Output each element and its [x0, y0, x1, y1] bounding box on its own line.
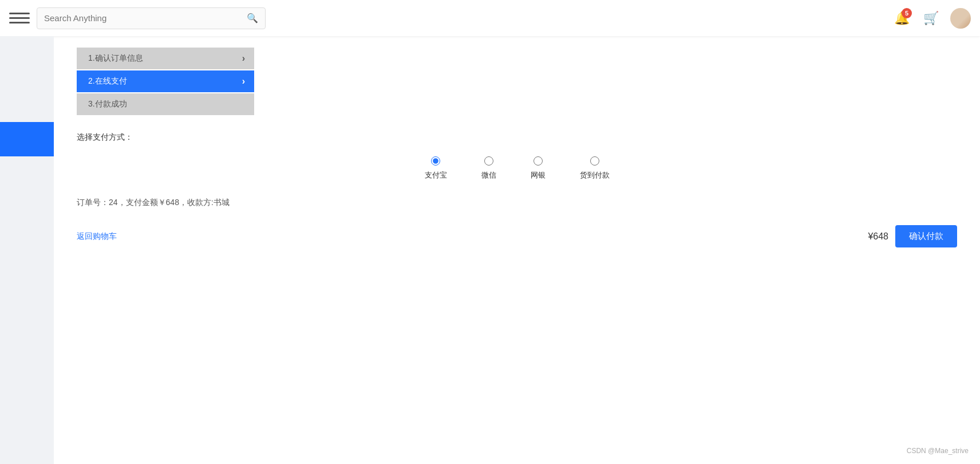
- alipay-radio[interactable]: [431, 156, 440, 166]
- steps-container: 1.确认订单信息 › 2.在线支付 › 3.付款成功: [77, 48, 254, 115]
- step-1[interactable]: 1.确认订单信息 ›: [77, 48, 254, 69]
- search-input[interactable]: [44, 13, 247, 23]
- cod-label: 货到付款: [580, 170, 610, 180]
- step-2-chevron: ›: [242, 76, 245, 86]
- bottom-bar: 返回购物车 ¥648 确认付款: [77, 225, 957, 247]
- watermark: CSDN @Mae_strive: [907, 447, 969, 455]
- cod-radio-wrapper: [590, 156, 599, 166]
- header-right: 🔔 5 🛒: [891, 8, 971, 29]
- step-1-label: 1.确认订单信息: [88, 53, 143, 64]
- menu-button[interactable]: [9, 8, 30, 29]
- notification-badge: 5: [902, 8, 912, 18]
- payment-method-netbank: 网银: [531, 156, 546, 180]
- netbank-label: 网银: [531, 170, 546, 180]
- wechat-label: 微信: [481, 170, 496, 180]
- cart-button[interactable]: 🛒: [923, 11, 939, 26]
- main-layout: 1.确认订单信息 › 2.在线支付 › 3.付款成功 选择支付方式： 支付宝: [0, 36, 980, 464]
- wechat-radio-wrapper: [484, 156, 493, 166]
- header: 🔍 🔔 5 🛒: [0, 0, 980, 36]
- order-info: 订单号：24，支付金额￥648，收款方:书城: [77, 198, 957, 208]
- alipay-label: 支付宝: [425, 170, 447, 180]
- payment-section-label: 选择支付方式：: [77, 132, 957, 143]
- payment-method-wechat: 微信: [481, 156, 496, 180]
- payment-section: 选择支付方式： 支付宝 微信: [77, 132, 957, 180]
- confirm-payment-button[interactable]: 确认付款: [895, 225, 957, 247]
- search-bar: 🔍: [37, 7, 266, 29]
- step-2[interactable]: 2.在线支付 ›: [77, 70, 254, 92]
- content-area: 1.确认订单信息 › 2.在线支付 › 3.付款成功 选择支付方式： 支付宝: [54, 36, 980, 464]
- netbank-radio-wrapper: [534, 156, 543, 166]
- total-amount: ¥648: [868, 231, 888, 242]
- back-to-cart-link[interactable]: 返回购物车: [77, 231, 117, 242]
- avatar[interactable]: [950, 8, 971, 29]
- step-2-label: 2.在线支付: [88, 76, 127, 86]
- search-icon: 🔍: [247, 13, 258, 23]
- alipay-radio-wrapper: [431, 156, 440, 166]
- netbank-radio[interactable]: [534, 156, 543, 166]
- payment-method-alipay: 支付宝: [425, 156, 447, 180]
- wechat-radio[interactable]: [484, 156, 493, 166]
- step-3[interactable]: 3.付款成功: [77, 93, 254, 115]
- cod-radio[interactable]: [590, 156, 599, 166]
- payment-methods: 支付宝 微信 网银 货: [77, 156, 957, 180]
- confirm-section: ¥648 确认付款: [868, 225, 957, 247]
- payment-method-cod: 货到付款: [580, 156, 610, 180]
- sidebar-active-indicator: [0, 122, 54, 156]
- notification-button[interactable]: 🔔 5: [891, 8, 912, 29]
- step-1-chevron: ›: [242, 53, 245, 64]
- sidebar: [0, 36, 54, 464]
- avatar-image: [950, 8, 971, 29]
- step-3-label: 3.付款成功: [88, 99, 127, 109]
